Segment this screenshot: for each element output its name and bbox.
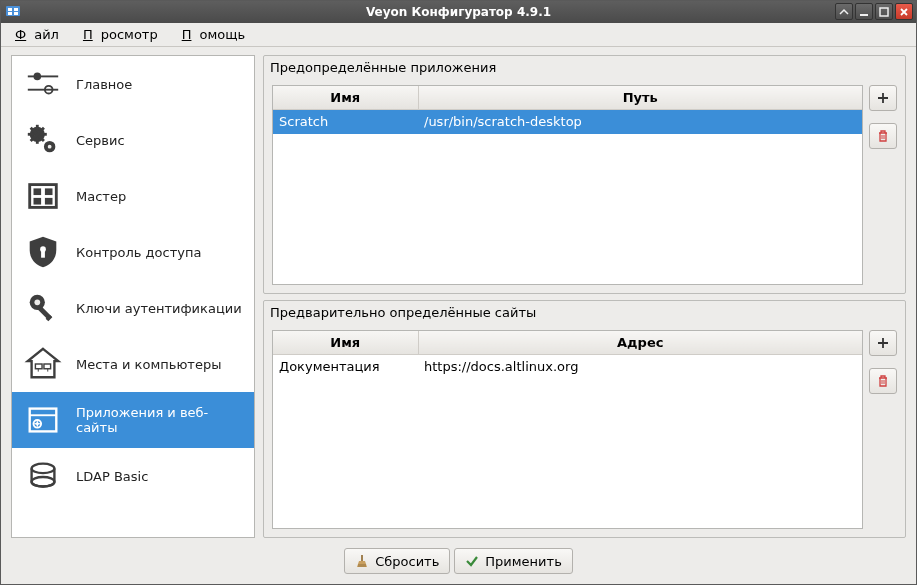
svg-point-37 — [32, 464, 55, 474]
sites-table[interactable]: Имя Адрес Документация https://docs.altl… — [272, 330, 863, 530]
menubar: Файл Просмотр Помощь — [1, 23, 916, 47]
gears-icon — [22, 119, 64, 161]
table-row[interactable]: Документация https://docs.altlinux.org — [273, 354, 862, 378]
sidebar-item-label: Ключи аутентификации — [76, 301, 242, 316]
window-controls — [835, 3, 913, 20]
database-icon — [22, 455, 64, 497]
svg-rect-34 — [30, 409, 57, 432]
rollup-button[interactable] — [835, 3, 853, 20]
predefined-sites-group: Предварительно определённые сайты Имя Ад… — [263, 300, 906, 539]
svg-point-27 — [34, 299, 40, 305]
group-title: Предопределённые приложения — [264, 56, 905, 77]
sidebar-item-label: Сервис — [76, 133, 125, 148]
sidebar-item-label: Главное — [76, 77, 132, 92]
menu-file-rest: айл — [26, 24, 67, 45]
cell-path[interactable]: /usr/bin/scratch-desktop — [418, 110, 862, 134]
apps-table[interactable]: Имя Путь Scratch /usr/bin/scratch-deskto… — [272, 85, 863, 285]
sidebar: Главное Сервис Мастер — [11, 55, 255, 538]
add-site-button[interactable] — [869, 330, 897, 356]
remove-site-button[interactable] — [869, 368, 897, 394]
sidebar-item-auth-keys[interactable]: Ключи аутентификации — [12, 280, 254, 336]
svg-rect-2 — [14, 8, 18, 11]
svg-rect-39 — [361, 555, 363, 561]
sidebar-item-service[interactable]: Сервис — [12, 112, 254, 168]
grid-icon — [22, 175, 64, 217]
svg-rect-21 — [45, 188, 53, 195]
svg-point-38 — [32, 477, 55, 487]
predefined-apps-group: Предопределённые приложения Имя Путь — [263, 55, 906, 294]
main-row: Главное Сервис Мастер — [11, 55, 906, 538]
minimize-button[interactable] — [855, 3, 873, 20]
svg-point-8 — [34, 73, 42, 81]
svg-rect-23 — [45, 198, 53, 205]
svg-rect-4 — [14, 12, 18, 15]
broom-icon — [355, 554, 369, 568]
sites-col-name[interactable]: Имя — [273, 331, 418, 355]
apps-col-path[interactable]: Путь — [418, 86, 862, 110]
svg-rect-6 — [880, 8, 888, 16]
sidebar-item-access-control[interactable]: Контроль доступа — [12, 224, 254, 280]
app-icon — [5, 4, 21, 20]
sidebar-item-general[interactable]: Главное — [12, 56, 254, 112]
remove-app-button[interactable] — [869, 123, 897, 149]
table-row[interactable]: Scratch /usr/bin/scratch-desktop — [273, 110, 862, 134]
apps-col-name[interactable]: Имя — [273, 86, 418, 110]
bottom-bar: Сбросить Применить — [11, 546, 906, 574]
shield-icon — [22, 231, 64, 273]
sites-col-address[interactable]: Адрес — [418, 331, 862, 355]
svg-rect-25 — [41, 251, 45, 258]
sliders-icon — [22, 63, 64, 105]
sidebar-item-master[interactable]: Мастер — [12, 168, 254, 224]
svg-rect-1 — [8, 8, 12, 11]
sidebar-item-locations[interactable]: Места и компьютеры — [12, 336, 254, 392]
add-app-button[interactable] — [869, 85, 897, 111]
app-window-icon — [22, 399, 64, 441]
button-label: Сбросить — [375, 554, 439, 569]
cell-address[interactable]: https://docs.altlinux.org — [418, 354, 862, 378]
menu-view[interactable]: Просмотр — [75, 24, 174, 45]
cell-name[interactable]: Scratch — [273, 110, 418, 134]
apps-table-buttons — [869, 85, 897, 285]
svg-rect-30 — [35, 364, 42, 369]
sidebar-item-apps-websites[interactable]: Приложения и веб-сайты — [12, 392, 254, 448]
svg-rect-5 — [860, 14, 868, 16]
menu-view-rest: росмотр — [93, 24, 166, 45]
svg-point-14 — [48, 145, 52, 149]
key-icon — [22, 287, 64, 329]
menu-help[interactable]: Помощь — [174, 24, 261, 45]
plus-icon — [876, 91, 890, 105]
trash-icon — [876, 129, 890, 143]
plus-icon — [876, 336, 890, 350]
sites-table-buttons — [869, 330, 897, 530]
house-computers-icon — [22, 343, 64, 385]
apply-button[interactable]: Применить — [454, 548, 572, 574]
app-window: Veyon Конфигуратор 4.9.1 Файл Просмотр П… — [0, 0, 917, 585]
sidebar-item-ldap[interactable]: LDAP Basic — [12, 448, 254, 504]
maximize-button[interactable] — [875, 3, 893, 20]
menu-help-rest: омощь — [191, 24, 253, 45]
window-title: Veyon Конфигуратор 4.9.1 — [366, 5, 551, 19]
svg-rect-3 — [8, 12, 12, 15]
content-area: Главное Сервис Мастер — [1, 47, 916, 584]
titlebar: Veyon Конфигуратор 4.9.1 — [1, 1, 916, 23]
main-panel: Предопределённые приложения Имя Путь — [263, 55, 906, 538]
trash-icon — [876, 374, 890, 388]
sidebar-item-label: Приложения и веб-сайты — [76, 405, 244, 435]
svg-rect-22 — [34, 198, 42, 205]
svg-rect-31 — [44, 364, 51, 369]
button-label: Применить — [485, 554, 561, 569]
sidebar-item-label: Мастер — [76, 189, 126, 204]
check-icon — [465, 554, 479, 568]
cell-name[interactable]: Документация — [273, 354, 418, 378]
menu-file[interactable]: Файл — [7, 24, 75, 45]
reset-button[interactable]: Сбросить — [344, 548, 450, 574]
group-title: Предварительно определённые сайты — [264, 301, 905, 322]
sidebar-item-label: Контроль доступа — [76, 245, 201, 260]
svg-rect-20 — [34, 188, 42, 195]
sidebar-item-label: LDAP Basic — [76, 469, 148, 484]
close-button[interactable] — [895, 3, 913, 20]
sidebar-item-label: Места и компьютеры — [76, 357, 221, 372]
